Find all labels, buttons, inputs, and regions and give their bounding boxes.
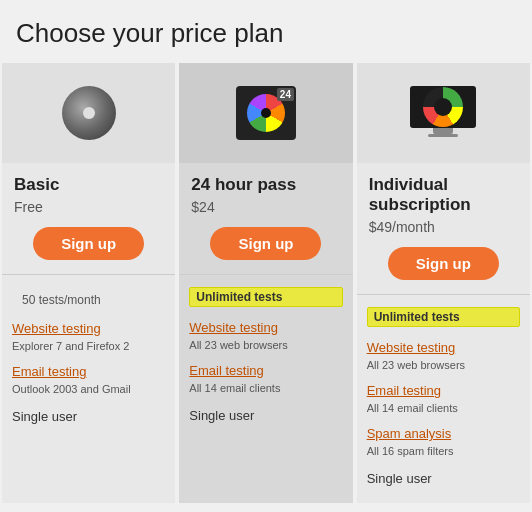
email-testing-sub-24hour: All 14 email clients: [189, 382, 280, 394]
plan-basic: Basic Free Sign up 50 tests/month Websit…: [2, 63, 175, 503]
feature-email-24hour: Email testing All 14 email clients: [189, 363, 342, 396]
features-24hour: Unlimited tests Website testing All 23 w…: [179, 279, 352, 424]
monitor-screen: [410, 86, 476, 128]
website-testing-link-basic[interactable]: Website testing: [12, 321, 165, 336]
email-testing-link-24hour[interactable]: Email testing: [189, 363, 342, 378]
unlimited-badge-24hour: Unlimited tests: [189, 287, 342, 307]
single-user-basic: Single user: [12, 409, 77, 424]
feature-email-basic: Email testing Outlook 2003 and Gmail: [12, 364, 165, 397]
spam-analysis-link-individual[interactable]: Spam analysis: [367, 426, 520, 441]
feature-website-individual: Website testing All 23 web browsers: [367, 340, 520, 373]
monitor-icon: [408, 86, 478, 140]
signup-button-24hour[interactable]: Sign up: [210, 227, 321, 260]
plan-name-24hour: 24 hour pass: [179, 171, 308, 197]
feature-spam-individual: Spam analysis All 16 spam filters: [367, 426, 520, 459]
website-testing-sub-individual: All 23 web browsers: [367, 359, 465, 371]
features-basic: 50 tests/month Website testing Explorer …: [2, 279, 175, 425]
signup-button-basic[interactable]: Sign up: [33, 227, 144, 260]
plan-24hour: 24 24 hour pass $24 Sign up Unlimited te…: [179, 63, 352, 503]
features-individual: Unlimited tests Website testing All 23 w…: [357, 299, 530, 487]
divider-basic: [2, 274, 175, 275]
page-title: Choose your price plan: [0, 0, 532, 63]
plan-name-basic: Basic: [2, 171, 71, 197]
feature-user-24hour: Single user: [189, 406, 342, 424]
disc-icon: [62, 86, 116, 140]
plan-name-individual: Individual subscription: [357, 171, 530, 217]
signup-button-individual[interactable]: Sign up: [388, 247, 499, 280]
plan-price-individual: $49/month: [357, 217, 447, 241]
feature-user-individual: Single user: [367, 469, 520, 487]
website-testing-sub-basic: Explorer 7 and Firefox 2: [12, 340, 129, 352]
gauge-icon: [423, 87, 463, 127]
email-testing-link-basic[interactable]: Email testing: [12, 364, 165, 379]
email-testing-link-individual[interactable]: Email testing: [367, 383, 520, 398]
divider-individual: [357, 294, 530, 295]
plan-icon-area-individual: [357, 63, 530, 163]
24pass-icon: 24: [236, 86, 296, 140]
email-testing-sub-basic: Outlook 2003 and Gmail: [12, 383, 131, 395]
feature-website-24hour: Website testing All 23 web browsers: [189, 320, 342, 353]
feature-email-individual: Email testing All 14 email clients: [367, 383, 520, 416]
plan-icon-area-basic: [2, 63, 175, 163]
plan-price-24hour: $24: [179, 197, 226, 221]
24-badge: 24: [277, 88, 294, 101]
monitor-base: [428, 134, 458, 137]
single-user-24hour: Single user: [189, 408, 254, 423]
plans-container: Basic Free Sign up 50 tests/month Websit…: [0, 63, 532, 512]
plan-price-basic: Free: [2, 197, 55, 221]
website-testing-link-24hour[interactable]: Website testing: [189, 320, 342, 335]
divider-24hour: [179, 274, 352, 275]
single-user-individual: Single user: [367, 471, 432, 486]
email-testing-sub-individual: All 14 email clients: [367, 402, 458, 414]
plan-icon-area-24hour: 24: [179, 63, 352, 163]
feature-website-basic: Website testing Explorer 7 and Firefox 2: [12, 321, 165, 354]
spam-analysis-sub-individual: All 16 spam filters: [367, 445, 454, 457]
tests-count-basic: 50 tests/month: [12, 287, 111, 311]
unlimited-badge-individual: Unlimited tests: [367, 307, 520, 327]
website-testing-link-individual[interactable]: Website testing: [367, 340, 520, 355]
website-testing-sub-24hour: All 23 web browsers: [189, 339, 287, 351]
feature-user-basic: Single user: [12, 407, 165, 425]
plan-individual: Individual subscription $49/month Sign u…: [357, 63, 530, 503]
